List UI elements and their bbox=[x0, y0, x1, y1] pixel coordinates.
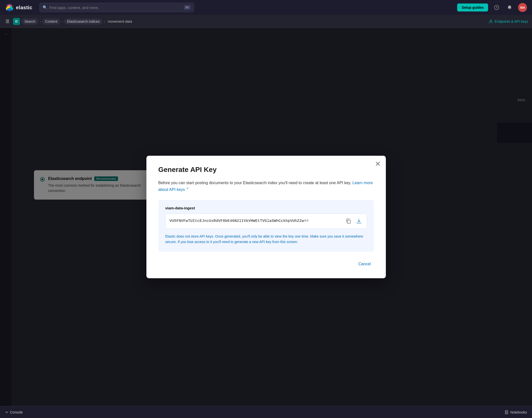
copy-api-key-button[interactable] bbox=[345, 217, 352, 225]
endpoints-api-keys-link[interactable]: Endpoints & API keys bbox=[489, 19, 528, 24]
help-icon-button[interactable]: ? bbox=[492, 3, 501, 12]
api-key-warning: Elastic does not store API keys. Once ge… bbox=[165, 234, 367, 245]
help-icon: ? bbox=[494, 5, 499, 10]
svg-point-4 bbox=[7, 8, 12, 11]
main-content: → keys. Elasticsearch endpoint Recommend… bbox=[0, 28, 532, 406]
search-shortcut: ⌘/ bbox=[184, 5, 191, 10]
breadcrumb-elasticsearch-indices[interactable]: Elasticsearch indices bbox=[64, 18, 103, 24]
console-button[interactable]: Console bbox=[5, 410, 23, 414]
bottom-bar: Console Notebooks bbox=[0, 406, 532, 418]
modal-description: Before you can start posting documents t… bbox=[158, 180, 374, 193]
generate-api-key-modal: Generate API Key Before you can start po… bbox=[146, 156, 386, 278]
svg-rect-8 bbox=[347, 220, 350, 223]
download-icon bbox=[356, 218, 362, 224]
elastic-logo-icon bbox=[5, 3, 14, 12]
breadcrumb-bar: ☰ D Search › Content › Elasticsearch ind… bbox=[0, 15, 532, 28]
breadcrumb-separator-1: › bbox=[40, 19, 41, 23]
breadcrumb-search[interactable]: Search bbox=[21, 18, 39, 24]
close-icon bbox=[376, 161, 380, 166]
breadcrumb-separator-2: › bbox=[62, 19, 63, 23]
download-api-key-button[interactable] bbox=[355, 217, 363, 225]
svg-point-7 bbox=[490, 20, 492, 21]
notifications-button[interactable] bbox=[505, 3, 514, 12]
api-key-name: viam-data-ingest bbox=[165, 206, 367, 210]
modal-footer: Cancel bbox=[158, 260, 374, 268]
notebooks-button[interactable]: Notebooks bbox=[505, 410, 527, 414]
search-placeholder: Find apps, content, and more. bbox=[49, 5, 182, 10]
copy-icon bbox=[346, 218, 351, 224]
setup-guides-button[interactable]: Setup guides bbox=[457, 3, 488, 11]
modal-title: Generate API Key bbox=[158, 166, 374, 174]
global-search[interactable]: 🔍 Find apps, content, and more. ⌘/ bbox=[39, 3, 194, 12]
logo-text: elastic bbox=[16, 5, 32, 10]
breadcrumb-current-page: movement-data bbox=[106, 19, 133, 23]
project-badge: D bbox=[13, 18, 20, 25]
cancel-button[interactable]: Cancel bbox=[355, 260, 374, 268]
bell-icon bbox=[507, 5, 512, 10]
search-icon: 🔍 bbox=[43, 5, 47, 10]
api-key-value-row: VU5FNVFwTUItcEJncUxRdVF0bE46N2lIVkVHWEtT… bbox=[165, 214, 367, 229]
top-nav: elastic 🔍 Find apps, content, and more. … bbox=[0, 0, 532, 15]
modal-close-button[interactable] bbox=[374, 160, 382, 168]
user-avatar-button[interactable]: NH bbox=[518, 3, 527, 12]
breadcrumb-separator-3: › bbox=[104, 19, 105, 23]
person-key-icon bbox=[489, 19, 493, 24]
modal-overlay[interactable]: Generate API Key Before you can start po… bbox=[0, 28, 532, 406]
svg-text:?: ? bbox=[496, 6, 498, 9]
external-link-icon: ↗ bbox=[186, 187, 189, 190]
api-key-value: VU5FNVFwTUItcEJncUxRdVF0bE46N2lIVkVHWEtT… bbox=[170, 219, 342, 223]
breadcrumb-items: Search › Content › Elasticsearch indices… bbox=[21, 18, 133, 24]
menu-toggle-button[interactable]: ☰ bbox=[4, 17, 11, 26]
breadcrumb-content[interactable]: Content bbox=[42, 18, 61, 24]
chevron-down-icon bbox=[5, 411, 8, 414]
notebook-icon bbox=[505, 410, 509, 414]
elastic-logo: elastic bbox=[5, 3, 32, 12]
api-key-section: viam-data-ingest VU5FNVFwTUItcEJncUxRdVF… bbox=[158, 200, 374, 252]
